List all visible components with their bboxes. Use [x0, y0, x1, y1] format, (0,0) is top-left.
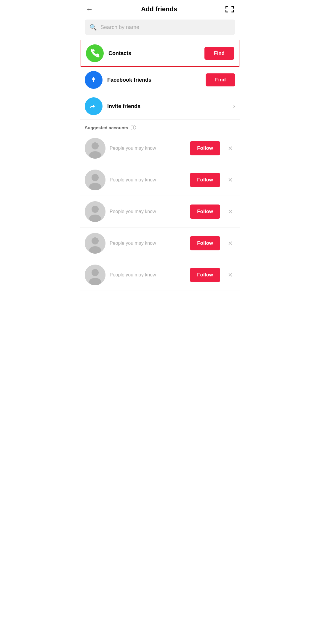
svg-point-19: [92, 237, 99, 244]
svg-rect-1: [225, 6, 226, 9]
follow-button[interactable]: Follow: [190, 173, 220, 187]
avatar: [85, 170, 105, 190]
svg-point-23: [89, 278, 101, 285]
avatar: [85, 265, 105, 285]
dismiss-button[interactable]: ✕: [225, 239, 235, 248]
facebook-find-button[interactable]: Find: [206, 73, 235, 86]
svg-point-20: [89, 246, 101, 254]
page-header: ← Add friends: [80, 0, 240, 17]
avatar: [85, 138, 105, 159]
svg-rect-3: [233, 6, 234, 9]
back-button[interactable]: ←: [86, 6, 93, 13]
invite-chevron-icon: ›: [233, 102, 235, 110]
search-placeholder: Search by name: [100, 24, 139, 30]
avatar: [85, 201, 105, 222]
contacts-row: Contacts Find: [81, 40, 239, 67]
follow-button[interactable]: Follow: [190, 268, 220, 282]
svg-point-13: [92, 174, 99, 181]
suggested-user-row: People you may know Follow ✕: [80, 259, 240, 291]
follow-button[interactable]: Follow: [190, 236, 220, 250]
contacts-icon: [86, 44, 104, 62]
suggested-section-title: Suggested accounts: [85, 125, 128, 130]
dismiss-button[interactable]: ✕: [225, 144, 235, 153]
svg-point-16: [92, 206, 99, 213]
suggested-user-row: People you may know Follow ✕: [80, 196, 240, 228]
facebook-icon: [85, 71, 103, 89]
suggested-user-name: People you may know: [110, 177, 186, 183]
dismiss-button[interactable]: ✕: [225, 175, 235, 185]
svg-point-17: [89, 215, 101, 222]
follow-button[interactable]: Follow: [190, 205, 220, 219]
suggested-user-name: People you may know: [110, 272, 186, 278]
follow-button[interactable]: Follow: [190, 141, 220, 155]
scan-button[interactable]: [225, 6, 234, 13]
dismiss-button[interactable]: ✕: [225, 207, 235, 216]
svg-point-22: [92, 269, 99, 276]
suggested-user-name: People you may know: [110, 241, 186, 246]
search-bar[interactable]: 🔍 Search by name: [85, 20, 235, 35]
facebook-label: Facebook friends: [107, 77, 201, 83]
suggested-user-row: People you may know Follow ✕: [80, 164, 240, 196]
contacts-find-button[interactable]: Find: [204, 47, 234, 60]
page-title: Add friends: [141, 5, 177, 13]
suggested-section-header: Suggested accounts i: [80, 120, 240, 133]
invite-icon: [85, 97, 103, 115]
svg-point-11: [89, 151, 101, 159]
suggested-user-name: People you may know: [110, 146, 186, 151]
info-icon[interactable]: i: [131, 125, 136, 130]
facebook-row: Facebook friends Find: [80, 67, 240, 93]
svg-point-14: [89, 183, 101, 190]
invite-label: Invite friends: [107, 103, 228, 110]
svg-point-10: [92, 142, 99, 149]
svg-rect-7: [233, 10, 234, 12]
suggested-user-row: People you may know Follow ✕: [80, 133, 240, 164]
search-icon: 🔍: [89, 24, 97, 31]
svg-rect-5: [225, 10, 226, 12]
suggested-user-row: People you may know Follow ✕: [80, 228, 240, 259]
suggested-users-list: People you may know Follow ✕ People you …: [80, 133, 240, 291]
contacts-label: Contacts: [108, 50, 200, 57]
avatar: [85, 233, 105, 254]
invite-row: Invite friends ›: [80, 93, 240, 120]
suggested-user-name: People you may know: [110, 209, 186, 214]
dismiss-button[interactable]: ✕: [225, 270, 235, 280]
